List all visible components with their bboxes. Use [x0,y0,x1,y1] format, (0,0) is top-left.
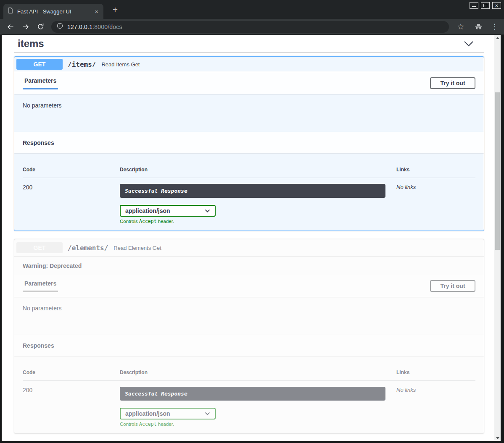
column-header-code: Code [23,370,120,375]
media-type-value: application/json [125,410,170,417]
incognito-badge [473,22,483,32]
swagger-ui: items GET /items/ Read Items Get Paramet… [14,35,484,434]
select-chevron-icon [205,412,210,416]
chevron-down-icon [464,41,474,47]
accept-note-suffix: header. [157,422,174,427]
responses-table-header: Code Description Links [23,167,475,178]
browser-toolbar: 127.0.0.1:8000/docs ☆ ⋮ [0,19,504,35]
minimize-icon [472,6,476,7]
active-tab-underline [23,88,58,89]
browser-menu-button[interactable]: ⋮ [491,23,498,30]
column-header-links: Links [396,167,475,173]
media-type-select[interactable]: application/json [120,205,216,217]
method-badge: GET [16,242,63,253]
browser-titlebar: Fast API - Swagger UI × + ✕ [0,0,504,19]
accept-note-prefix: Controls [120,219,139,224]
column-header-code: Code [23,167,120,173]
browser-tab[interactable]: Fast API - Swagger UI × [3,4,103,19]
window-close-button[interactable]: ✕ [492,2,501,9]
tab-close-icon[interactable]: × [94,8,99,15]
select-chevron-icon [205,209,210,213]
reload-icon [37,23,45,31]
forward-arrow-icon [21,23,30,31]
responses-table: Code Description Links 200 Successful Re… [14,356,484,433]
method-badge: GET [16,59,63,70]
opblock-get-elements-deprecated: GET /elements/ Read Elements Get Warning… [14,239,484,434]
page-content: items GET /items/ Read Items Get Paramet… [2,35,501,441]
responses-title: Responses [23,139,54,146]
menu-dots-icon: ⋮ [491,23,498,31]
response-description-cell: Successful Response application/json Con… [120,387,396,427]
response-row: 200 Successful Response application/json… [23,178,475,224]
media-type-value: application/json [125,207,170,214]
endpoint-path: /elements/ [68,244,108,252]
responses-section-header: Responses [14,132,484,153]
responses-table-header: Code Description Links [23,370,475,381]
tag-section-header[interactable]: items [14,38,484,49]
back-arrow-icon [6,23,15,31]
scrollbar-down-button[interactable] [494,435,501,441]
accept-header-note: Controls Accept header. [120,218,396,224]
scroll-up-icon [496,37,499,39]
no-parameters-text: No parameters [14,297,484,335]
active-tab-underline [23,291,58,292]
response-description: Successful Response [120,184,385,198]
window-maximize-button[interactable] [481,2,490,9]
try-it-out-button[interactable]: Try it out [430,77,475,89]
window-controls: ✕ [470,2,501,9]
endpoint-path: /items/ [68,60,96,68]
url-text: 127.0.0.1:8000/docs [67,24,122,30]
response-description-cell: Successful Response application/json Con… [120,184,396,224]
response-description: Successful Response [120,387,385,401]
responses-section-header: Responses [14,335,484,356]
opblock-get-items: GET /items/ Read Items Get Parameters Tr… [14,56,484,231]
responses-table: Code Description Links 200 Successful Re… [14,153,484,231]
opblock-summary[interactable]: GET /items/ Read Items Get [14,57,484,72]
reload-button[interactable] [35,22,45,32]
scroll-down-icon [496,437,499,439]
accept-note-code: Accept [139,421,157,427]
responses-title: Responses [23,342,54,349]
column-header-description: Description [120,370,396,375]
response-links: No links [396,184,475,224]
media-type-select[interactable]: application/json [120,408,216,419]
parameters-tab[interactable]: Parameters [23,77,58,89]
accept-note-suffix: header. [157,219,174,224]
parameters-section-header: Parameters Try it out [14,275,484,297]
column-header-links: Links [396,370,475,375]
tab-favicon-document-icon [8,7,13,16]
bookmark-star-icon: ☆ [457,23,464,31]
accept-note-prefix: Controls [120,422,139,427]
bookmark-button[interactable]: ☆ [456,22,466,32]
response-code: 200 [23,387,120,427]
parameters-tab[interactable]: Parameters [23,280,58,292]
opblock-summary[interactable]: GET /elements/ Read Elements Get [14,239,484,257]
new-tab-button[interactable]: + [110,5,120,15]
response-links: No links [396,387,475,427]
response-row: 200 Successful Response application/json… [23,381,475,427]
scrollbar-thumb[interactable] [495,92,500,250]
scrollbar-up-button[interactable] [494,35,501,41]
accept-header-note: Controls Accept header. [120,421,396,427]
site-info-icon[interactable] [56,22,63,31]
window-minimize-button[interactable] [470,2,478,9]
endpoint-summary: Read Items Get [101,61,140,68]
try-it-out-button[interactable]: Try it out [430,280,475,292]
tab-title: Fast API - Swagger UI [17,8,94,15]
parameters-tab-label: Parameters [23,77,58,84]
accept-note-code: Accept [139,218,157,224]
no-parameters-text: No parameters [14,94,484,132]
tag-title: items [18,38,44,50]
url-host: 127.0.0.1 [67,24,92,30]
tag-divider [14,52,484,53]
response-code: 200 [23,184,120,224]
column-header-description: Description [120,167,396,173]
forward-button[interactable] [21,22,31,32]
maximize-icon [483,4,487,7]
back-button[interactable] [5,22,16,32]
parameters-section-header: Parameters Try it out [14,72,484,94]
parameters-tab-label: Parameters [23,280,58,287]
incognito-icon [474,22,483,31]
page-scrollbar[interactable] [494,35,501,441]
url-bar[interactable]: 127.0.0.1:8000/docs [51,21,449,33]
